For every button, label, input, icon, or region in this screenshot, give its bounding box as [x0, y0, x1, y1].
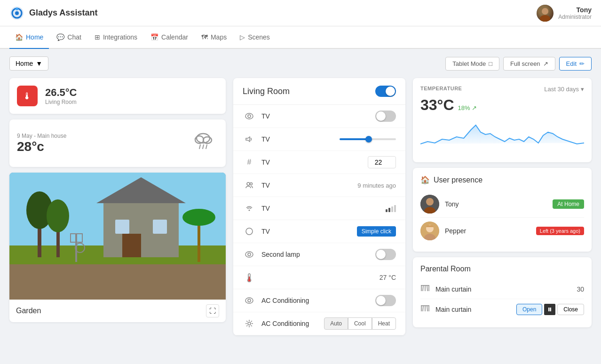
wifi-icon: [243, 202, 256, 215]
svg-line-60: [427, 306, 427, 311]
main-nav: 🏠 Home 💬 Chat ⊞ Integrations 📅 Calendar …: [0, 26, 601, 49]
tony-name: Tony: [445, 200, 547, 208]
simple-click-button[interactable]: Simple click: [357, 226, 396, 237]
ac-mode-buttons: Auto Cool Heat: [324, 317, 396, 330]
toolbar-right: Tablet Mode □ Full screen ↗ Edit ✏: [445, 57, 592, 71]
device-name-tv-3: TV: [261, 158, 362, 166]
tv-volume-slider: [340, 138, 396, 140]
main-content: 🌡 26.5°C Living Room 9 May - Main house …: [0, 78, 601, 345]
hash-icon: #: [243, 156, 256, 169]
svg-point-35: [246, 228, 253, 235]
svg-point-2: [15, 11, 19, 15]
header-right: Tony Administrator: [537, 5, 592, 22]
svg-rect-64: [550, 308, 552, 311]
tv-power-switch[interactable]: [375, 111, 396, 122]
weather-date: 9 May - Main house: [17, 133, 66, 139]
svg-point-23: [47, 199, 69, 232]
device-name-ac-2: AC Conditioning: [261, 320, 318, 327]
nav-item-integrations[interactable]: ⊞ Integrations: [89, 26, 143, 49]
lamp-toggle[interactable]: [375, 249, 396, 260]
temperature-chart-card: TEMPERATURE Last 30 days ▾ 33°C 18% ↗: [413, 78, 592, 162]
pepper-status-badge: Left (3 years ago): [536, 227, 584, 235]
eye-icon-3: [243, 294, 256, 307]
curtain-buttons: Open Close: [516, 304, 584, 315]
user-role: Administrator: [558, 14, 592, 20]
parental-room-card: Parental Room Main curtain 30: [413, 257, 592, 327]
temp-display: 27 °C: [380, 274, 396, 281]
tony-status-badge: At Home: [553, 199, 584, 209]
tablet-mode-button[interactable]: Tablet Mode □: [445, 57, 499, 71]
device-row-tv-power: TV: [233, 105, 405, 128]
curtain-pause-button[interactable]: [544, 304, 555, 315]
ac-power-toggle[interactable]: [375, 295, 396, 306]
nav-item-home[interactable]: 🏠 Home: [9, 26, 49, 49]
svg-point-33: [250, 183, 253, 185]
ac-heat-button[interactable]: Heat: [372, 317, 396, 330]
chevron-icon: ▾: [581, 86, 584, 93]
temperature-chart-svg: [420, 116, 584, 153]
fullscreen-button[interactable]: Full screen ↗: [503, 57, 555, 71]
pepper-name: Pepper: [445, 227, 530, 235]
chart-period-selector[interactable]: Last 30 days ▾: [544, 86, 584, 93]
device-row-tv-volume: TV: [233, 128, 405, 151]
device-name-tv-6: TV: [261, 228, 351, 235]
user-info: Tony Administrator: [558, 6, 592, 20]
svg-point-42: [245, 298, 253, 303]
svg-point-34: [249, 210, 250, 211]
tv-power-toggle: [375, 111, 396, 122]
curtain-icon-1: [420, 285, 430, 294]
volume-slider-track[interactable]: [340, 138, 396, 140]
ac-auto-button[interactable]: Auto: [324, 317, 348, 330]
home-icon: 🏠: [15, 33, 23, 41]
chevron-down-icon: ▼: [36, 60, 42, 67]
device-name-tv-4: TV: [261, 182, 352, 189]
tony-avatar: [420, 195, 439, 214]
presence-row-pepper: Pepper Left (3 years ago): [420, 218, 584, 244]
curtain-name-1: Main curtain: [435, 285, 571, 293]
svg-point-29: [245, 113, 253, 119]
garden-label-bar: Garden ⛶: [9, 300, 226, 322]
tv-click-control: Simple click: [357, 226, 396, 237]
eye-icon-2: [243, 248, 256, 261]
toolbar-left: Home ▼: [9, 56, 48, 71]
svg-point-41: [248, 279, 251, 282]
nav-item-maps[interactable]: 🗺 Maps: [196, 26, 232, 49]
svg-point-30: [248, 115, 251, 118]
device-row-ac-mode: AC Conditioning Auto Cool Heat: [233, 312, 405, 335]
device-row-tv-click: TV Simple click: [233, 220, 405, 243]
chart-header: TEMPERATURE Last 30 days ▾: [420, 86, 584, 93]
tablet-icon: □: [489, 60, 492, 67]
fullscreen-icon: ⛶: [209, 307, 216, 315]
curtain-close-button[interactable]: Close: [557, 304, 584, 315]
home-dropdown[interactable]: Home ▼: [9, 56, 48, 71]
weather-info: 9 May - Main house 28°c: [17, 133, 66, 154]
room-toggle[interactable]: [375, 86, 396, 97]
tv-channel-control: [368, 156, 396, 168]
nav-item-calendar[interactable]: 📅 Calendar: [145, 26, 194, 49]
curtain-open-button[interactable]: Open: [516, 304, 542, 315]
device-row-second-lamp: Second lamp: [233, 243, 405, 266]
nav-item-scenes[interactable]: ▷ Scenes: [234, 26, 276, 49]
tv-channel-input[interactable]: [368, 156, 396, 168]
chat-icon: 💬: [56, 33, 64, 41]
header: Gladys Assistant Tony Administrator: [0, 0, 601, 26]
ac-cool-button[interactable]: Cool: [348, 317, 372, 330]
thermometer-icon: 🌡: [17, 86, 38, 106]
expand-icon: ↗: [543, 60, 548, 67]
edit-button[interactable]: Edit ✏: [559, 57, 592, 71]
curtain-value-1: 30: [577, 285, 584, 293]
svg-point-44: [248, 322, 251, 325]
scenes-icon: ▷: [240, 33, 245, 41]
garden-fullscreen-button[interactable]: ⛶: [206, 304, 219, 317]
garden-image: [9, 173, 226, 300]
svg-rect-63: [548, 308, 550, 311]
presence-row-tony: Tony At Home: [420, 191, 584, 218]
circle-icon: [243, 225, 256, 238]
ac-toggle-control: [375, 295, 396, 306]
svg-line-11: [206, 145, 207, 149]
nav-item-chat[interactable]: 💬 Chat: [51, 26, 87, 49]
presence-time: 9 minutes ago: [357, 182, 396, 189]
svg-point-5: [540, 15, 550, 22]
eye-icon-1: [243, 110, 256, 123]
temp-icon: [243, 271, 256, 284]
